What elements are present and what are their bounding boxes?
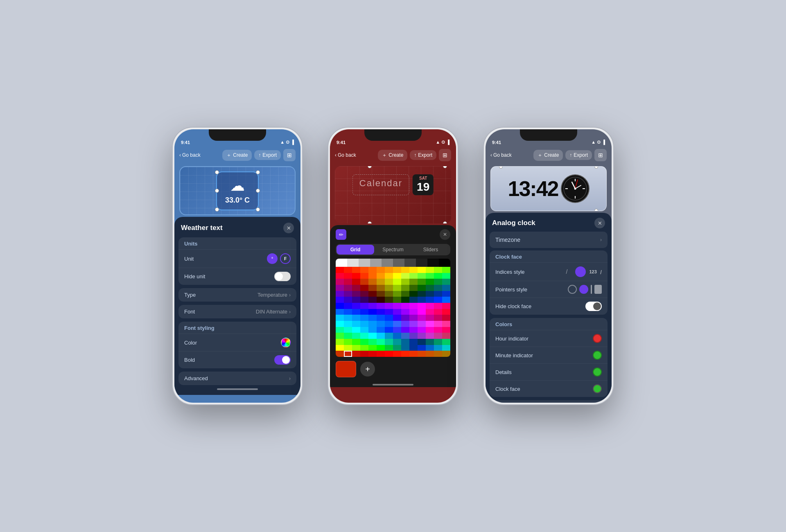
swatch-8-10[interactable]: [418, 315, 426, 321]
swatch-7-0[interactable]: [336, 309, 344, 315]
picker-close-btn[interactable]: ✕: [440, 229, 450, 240]
create-btn-2[interactable]: ＋ Create: [378, 150, 407, 161]
swatch-0-13[interactable]: [442, 267, 450, 273]
swatch-2-6[interactable]: [385, 279, 393, 285]
swatch-8-1[interactable]: [344, 315, 352, 321]
swatch-14-10[interactable]: [418, 351, 426, 357]
swatch-2-12[interactable]: [434, 279, 442, 285]
swatch-4-10[interactable]: [418, 291, 426, 297]
resize-br[interactable]: [256, 207, 260, 212]
swatch-1-7[interactable]: [393, 273, 401, 279]
swatch-1-1[interactable]: [344, 273, 352, 279]
swatch-7-8[interactable]: [401, 309, 409, 315]
swatch-14-1[interactable]: [344, 351, 352, 357]
swatch-0-10[interactable]: [418, 267, 426, 273]
swatch-10-1[interactable]: [344, 327, 352, 333]
swatch-13-13[interactable]: [442, 345, 450, 351]
swatch-2-3[interactable]: [360, 279, 368, 285]
go-back-btn-3[interactable]: ‹ Go back: [490, 152, 512, 158]
swatch-10-9[interactable]: [409, 327, 418, 333]
swatch-6-8[interactable]: [401, 303, 409, 309]
swatch-0-9[interactable]: [409, 267, 418, 273]
swatch-6-1[interactable]: [344, 303, 352, 309]
details-color[interactable]: [593, 367, 602, 376]
bold-toggle[interactable]: [274, 355, 291, 365]
swatch-0-4[interactable]: [368, 267, 377, 273]
create-btn-3[interactable]: ＋ Create: [533, 150, 563, 161]
swatch-12-3[interactable]: [360, 339, 368, 345]
swatch-10-2[interactable]: [352, 327, 360, 333]
swatch-12-13[interactable]: [442, 339, 450, 345]
swatch-7-4[interactable]: [368, 309, 377, 315]
swatch-9-5[interactable]: [377, 321, 385, 327]
swatch-4-6[interactable]: [385, 291, 393, 297]
swatch-1-4[interactable]: [368, 273, 377, 279]
swatch-8-12[interactable]: [434, 315, 442, 321]
swatch-6-13[interactable]: [442, 303, 450, 309]
swatch-9-13[interactable]: [442, 321, 450, 327]
celsius-icon[interactable]: °: [267, 253, 278, 264]
swatch-10-10[interactable]: [418, 327, 426, 333]
swatch-12-8[interactable]: [401, 339, 409, 345]
layers-btn-2[interactable]: ⊞: [439, 149, 451, 161]
resize-ml[interactable]: [215, 189, 219, 193]
swatch-6-6[interactable]: [385, 303, 393, 309]
swatch-7-2[interactable]: [352, 309, 360, 315]
swatch-10-11[interactable]: [426, 327, 434, 333]
swatch-4-7[interactable]: [393, 291, 401, 297]
tab-spectrum[interactable]: Spectrum: [374, 245, 412, 255]
swatch-1-13[interactable]: [442, 273, 450, 279]
export-btn-1[interactable]: ↑ Export: [254, 150, 281, 160]
swatch-3-13[interactable]: [442, 285, 450, 291]
swatch-4-13[interactable]: [442, 291, 450, 297]
gray-1[interactable]: [347, 259, 359, 267]
swatch-2-5[interactable]: [377, 279, 385, 285]
swatch-7-7[interactable]: [393, 309, 401, 315]
swatch-0-1[interactable]: [344, 267, 352, 273]
export-btn-2[interactable]: ↑ Export: [410, 150, 436, 160]
swatch-4-1[interactable]: [344, 291, 352, 297]
swatch-6-11[interactable]: [426, 303, 434, 309]
swatch-2-0[interactable]: [336, 279, 344, 285]
swatch-6-4[interactable]: [368, 303, 377, 309]
swatch-9-11[interactable]: [426, 321, 434, 327]
swatch-7-11[interactable]: [426, 309, 434, 315]
swatch-0-0[interactable]: [336, 267, 344, 273]
swatch-11-2[interactable]: [352, 333, 360, 339]
clock-resize-2[interactable]: [594, 166, 598, 169]
swatch-8-9[interactable]: [409, 315, 418, 321]
swatch-5-12[interactable]: [434, 297, 442, 303]
ptr-dot-selected[interactable]: [579, 285, 588, 294]
swatch-6-12[interactable]: [434, 303, 442, 309]
indices-italic-btn[interactable]: I: [600, 268, 602, 275]
swatch-6-3[interactable]: [360, 303, 368, 309]
swatch-12-2[interactable]: [352, 339, 360, 345]
swatch-9-6[interactable]: [385, 321, 393, 327]
swatch-5-1[interactable]: [344, 297, 352, 303]
indices-line-btn[interactable]: /: [561, 266, 572, 277]
swatch-9-12[interactable]: [434, 321, 442, 327]
swatch-10-4[interactable]: [368, 327, 377, 333]
swatch-5-8[interactable]: [401, 297, 409, 303]
swatch-14-12[interactable]: [434, 351, 442, 357]
swatch-0-12[interactable]: [434, 267, 442, 273]
swatch-4-12[interactable]: [434, 291, 442, 297]
close-panel-btn-1[interactable]: ✕: [283, 223, 294, 233]
swatch-4-5[interactable]: [377, 291, 385, 297]
swatch-11-7[interactable]: [393, 333, 401, 339]
swatch-9-4[interactable]: [368, 321, 377, 327]
swatch-1-10[interactable]: [418, 273, 426, 279]
swatch-5-13[interactable]: [442, 297, 450, 303]
swatch-4-3[interactable]: [360, 291, 368, 297]
swatch-14-6[interactable]: [385, 351, 393, 357]
swatch-2-10[interactable]: [418, 279, 426, 285]
swatch-8-3[interactable]: [360, 315, 368, 321]
swatch-8-8[interactable]: [401, 315, 409, 321]
swatch-7-1[interactable]: [344, 309, 352, 315]
swatch-4-2[interactable]: [352, 291, 360, 297]
swatch-3-11[interactable]: [426, 285, 434, 291]
swatch-3-0[interactable]: [336, 285, 344, 291]
swatch-10-12[interactable]: [434, 327, 442, 333]
gray-5[interactable]: [393, 259, 404, 267]
swatch-4-11[interactable]: [426, 291, 434, 297]
